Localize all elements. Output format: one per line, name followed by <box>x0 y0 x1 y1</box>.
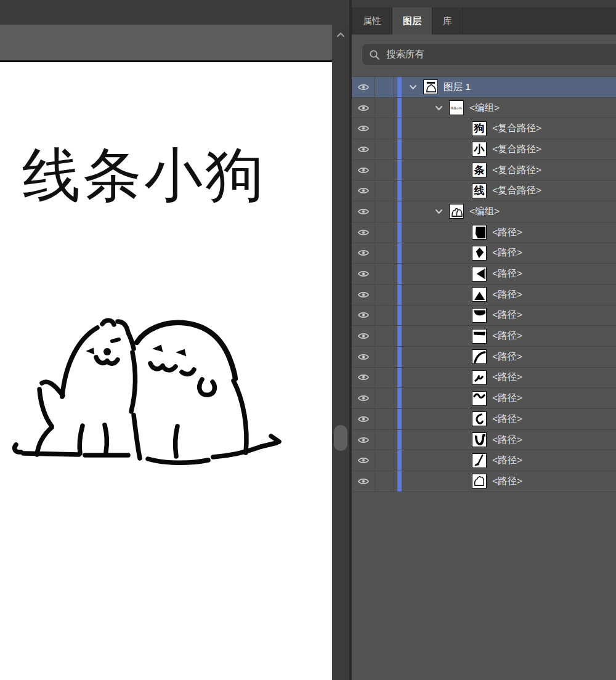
visibility-eye-icon[interactable] <box>352 347 375 367</box>
layer-thumbnail[interactable] <box>472 287 487 302</box>
layer-row[interactable]: <路径> <box>352 368 616 389</box>
layer-row[interactable]: <路径> <box>352 306 616 326</box>
layer-color-bar <box>397 98 402 118</box>
layer-name-label: <路径> <box>492 434 522 447</box>
layer-row[interactable]: 图层 1 <box>352 77 616 98</box>
layer-thumbnail[interactable] <box>472 411 487 426</box>
layer-thumbnail[interactable] <box>472 329 487 344</box>
lock-toggle-cell[interactable] <box>375 409 394 429</box>
layer-thumbnail[interactable] <box>472 370 487 385</box>
layer-thumbnail[interactable]: 小 <box>472 142 487 156</box>
layer-row[interactable]: <路径> <box>352 285 616 306</box>
lock-toggle-cell[interactable] <box>375 118 394 139</box>
lock-toggle-cell[interactable] <box>375 180 394 201</box>
layer-thumbnail[interactable] <box>472 432 487 447</box>
visibility-eye-icon[interactable] <box>352 409 375 429</box>
layer-thumbnail[interactable] <box>449 204 464 219</box>
layer-row[interactable]: 条<复合路径> <box>352 160 616 181</box>
search-input[interactable]: 搜索所有 <box>362 43 616 66</box>
layer-thumbnail[interactable]: 条 <box>472 163 487 177</box>
visibility-eye-icon[interactable] <box>352 139 375 160</box>
layer-row[interactable]: 线条小狗<编组> <box>352 98 616 119</box>
layer-name-label: <编组> <box>469 102 500 115</box>
visibility-eye-icon[interactable] <box>352 285 375 305</box>
layer-row[interactable]: 线<复合路径> <box>352 180 616 201</box>
search-icon <box>369 49 380 60</box>
layer-thumbnail[interactable]: 狗 <box>472 121 487 136</box>
layer-thumbnail[interactable]: 线 <box>472 184 487 198</box>
layer-row[interactable]: 小<复合路径> <box>352 139 616 160</box>
layer-row[interactable]: <路径> <box>352 430 616 451</box>
layer-row[interactable]: <路径> <box>352 326 616 347</box>
visibility-eye-icon[interactable] <box>352 201 375 222</box>
layer-row[interactable]: <路径> <box>352 471 616 492</box>
layer-thumbnail[interactable] <box>472 267 487 281</box>
visibility-eye-icon[interactable] <box>352 471 375 492</box>
visibility-eye-icon[interactable] <box>352 160 375 180</box>
lock-toggle-cell[interactable] <box>375 306 394 326</box>
expand-chevron-icon[interactable] <box>434 206 444 217</box>
layer-row[interactable]: <编组> <box>352 201 616 222</box>
layer-name-label: <路径> <box>492 454 522 467</box>
layer-row[interactable]: <路径> <box>352 388 616 409</box>
tab-layers[interactable]: 图层 <box>392 7 432 34</box>
lock-toggle-cell[interactable] <box>375 243 394 264</box>
layer-thumbnail[interactable] <box>472 225 487 240</box>
layer-thumbnail[interactable] <box>472 308 487 323</box>
layer-row[interactable]: 狗<复合路径> <box>352 118 616 139</box>
expand-chevron-icon[interactable] <box>434 103 444 113</box>
lock-toggle-cell[interactable] <box>375 77 394 97</box>
expand-chevron-icon[interactable] <box>408 82 418 92</box>
lock-toggle-cell[interactable] <box>375 285 394 305</box>
layer-row[interactable]: <路径> <box>352 347 616 368</box>
layer-thumbnail[interactable] <box>472 349 487 364</box>
layer-name-label: <路径> <box>492 330 522 342</box>
visibility-eye-icon[interactable] <box>352 450 375 471</box>
lock-toggle-cell[interactable] <box>375 160 394 180</box>
tab-libraries[interactable]: 库 <box>432 7 463 34</box>
lock-toggle-cell[interactable] <box>375 347 394 367</box>
lock-toggle-cell[interactable] <box>375 430 394 450</box>
layer-name-label: 图层 1 <box>444 81 471 94</box>
layer-thumbnail[interactable] <box>472 391 487 406</box>
canvas-vertical-scrollbar[interactable] <box>332 25 349 680</box>
lock-toggle-cell[interactable] <box>375 139 394 160</box>
visibility-eye-icon[interactable] <box>352 243 375 264</box>
lock-toggle-cell[interactable] <box>375 201 394 222</box>
visibility-eye-icon[interactable] <box>352 388 375 408</box>
glyph-thumbnail-char: 条 <box>474 164 485 177</box>
visibility-eye-icon[interactable] <box>352 306 375 326</box>
layer-row[interactable]: <路径> <box>352 243 616 264</box>
layer-row[interactable]: <路径> <box>352 409 616 430</box>
lock-toggle-cell[interactable] <box>375 450 394 471</box>
layer-thumbnail[interactable]: 线条小狗 <box>449 100 464 115</box>
visibility-eye-icon[interactable] <box>352 118 375 139</box>
lock-toggle-cell[interactable] <box>375 222 394 243</box>
layer-thumbnail[interactable] <box>423 79 438 94</box>
scroll-up-chevron-icon[interactable] <box>335 30 346 41</box>
layer-row[interactable]: <路径> <box>352 222 616 243</box>
layer-row[interactable]: <路径> <box>352 264 616 285</box>
visibility-eye-icon[interactable] <box>352 77 375 97</box>
layer-row[interactable]: <路径> <box>352 450 616 471</box>
visibility-eye-icon[interactable] <box>352 222 375 243</box>
layer-color-bar <box>397 222 402 243</box>
layer-thumbnail[interactable] <box>472 453 487 468</box>
layer-color-bar <box>397 450 402 471</box>
layer-thumbnail[interactable] <box>472 474 487 488</box>
visibility-eye-icon[interactable] <box>352 264 375 284</box>
visibility-eye-icon[interactable] <box>352 368 375 388</box>
scrollbar-thumb[interactable] <box>334 425 347 451</box>
lock-toggle-cell[interactable] <box>375 264 394 284</box>
lock-toggle-cell[interactable] <box>375 471 394 492</box>
visibility-eye-icon[interactable] <box>352 98 375 118</box>
tab-properties[interactable]: 属性 <box>352 7 392 34</box>
lock-toggle-cell[interactable] <box>375 368 394 388</box>
lock-toggle-cell[interactable] <box>375 388 394 408</box>
lock-toggle-cell[interactable] <box>375 326 394 346</box>
visibility-eye-icon[interactable] <box>352 180 375 201</box>
layer-thumbnail[interactable] <box>472 246 487 261</box>
visibility-eye-icon[interactable] <box>352 326 375 346</box>
lock-toggle-cell[interactable] <box>375 98 394 118</box>
visibility-eye-icon[interactable] <box>352 430 375 450</box>
